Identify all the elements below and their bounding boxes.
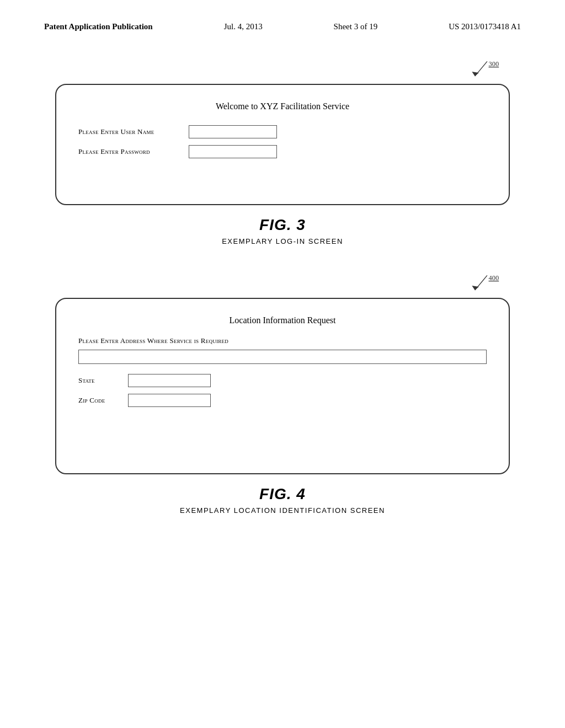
username-row: Please Enter User Name (78, 125, 487, 138)
fig4-title: FIG. 4 (44, 485, 521, 503)
username-input[interactable] (189, 125, 277, 138)
fig3-subtitle: EXEMPLARY LOG-IN SCREEN (44, 237, 521, 245)
fig3-arrow-icon: 300 (460, 59, 504, 81)
password-row: Please Enter Password (78, 145, 487, 158)
zip-row: Zip Code (78, 394, 487, 407)
zip-label: Zip Code (78, 396, 128, 405)
location-box-title: Location Information Request (78, 315, 487, 325)
patent-number: US 2013/0173418 A1 (449, 22, 521, 31)
location-screen-box: Location Information Request Please Ente… (55, 298, 510, 474)
fig3-section: 300 Welcome to XYZ Facilitation Service … (44, 59, 521, 245)
publication-label: Patent Application Publication (44, 22, 153, 31)
password-label: Please Enter Password (78, 147, 189, 156)
sheet-info: Sheet 3 of 19 (334, 22, 378, 31)
fig3-caption: FIG. 3 EXEMPLARY LOG-IN SCREEN (44, 216, 521, 245)
page-header: Patent Application Publication Jul. 4, 2… (44, 22, 521, 31)
svg-text:300: 300 (489, 60, 499, 68)
fig4-arrow-icon: 400 (460, 273, 504, 295)
zip-input[interactable] (128, 394, 211, 407)
address-input[interactable] (78, 350, 487, 364)
state-label: State (78, 376, 128, 385)
fig4-pointer-row: 400 (44, 273, 521, 295)
fig4-caption: FIG. 4 EXEMPLARY LOCATION IDENTIFICATION… (44, 485, 521, 515)
publication-date: Jul. 4, 2013 (224, 22, 263, 31)
fig3-title: FIG. 3 (44, 216, 521, 234)
password-input[interactable] (189, 145, 277, 158)
login-screen-box: Welcome to XYZ Facilitation Service Plea… (55, 84, 510, 205)
fig3-pointer-row: 300 (44, 59, 521, 81)
fig4-section: 400 Location Information Request Please … (44, 273, 521, 515)
state-row: State (78, 374, 487, 387)
page: Patent Application Publication Jul. 4, 2… (0, 0, 565, 728)
username-label: Please Enter User Name (78, 127, 189, 136)
fig4-subtitle: EXEMPLARY LOCATION IDENTIFICATION SCREEN (44, 506, 521, 515)
svg-text:400: 400 (489, 274, 499, 282)
address-prompt-label: Please Enter Address Where Service is Re… (78, 336, 487, 345)
state-input[interactable] (128, 374, 211, 387)
login-box-title: Welcome to XYZ Facilitation Service (78, 101, 487, 111)
